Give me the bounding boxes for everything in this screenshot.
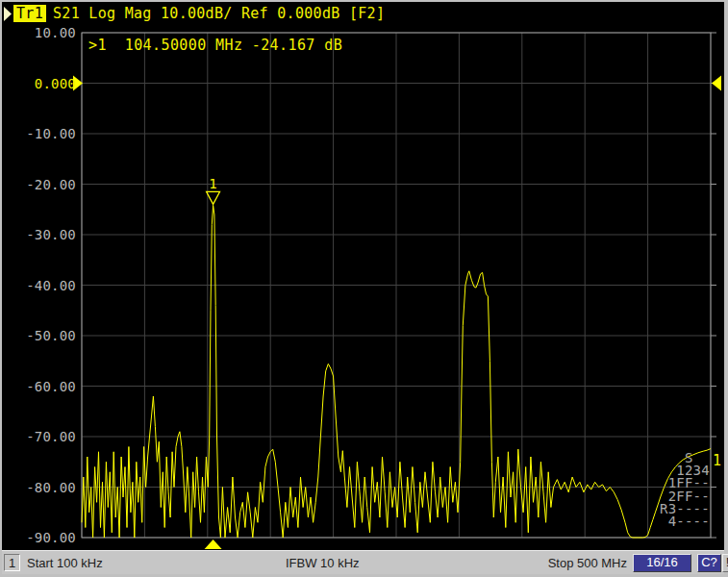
- y-axis-tick-label: 0.000: [0, 75, 76, 92]
- trace1-settings-label: S21 Log Mag 10.00dB/ Ref 0.000dB [F2]: [53, 5, 385, 22]
- y-axis-tick-label: -80.00: [0, 479, 76, 496]
- correction-status-indicator: C?: [697, 554, 721, 572]
- active-trace-arrow-icon: [3, 6, 13, 22]
- stop-frequency-label: Stop 500 MHz: [494, 556, 627, 570]
- y-axis-tick-label: -30.00: [0, 226, 76, 243]
- y-axis-tick-label: -70.00: [0, 428, 76, 445]
- y-axis-tick-label: -10.00: [0, 125, 76, 142]
- y-axis-tick-label: 10.00: [0, 24, 76, 41]
- vna-screen: { "header": { "badge": "Tr1", "title": "…: [0, 0, 728, 577]
- trace-header: Tr1 S21 Log Mag 10.00dB/ Ref 0.000dB [F2…: [3, 4, 385, 23]
- port-status-block: S 1234 1FF-- 2FF--R3---- 4----: [660, 452, 710, 528]
- ifbw-label: IFBW 10 kHz: [286, 556, 360, 570]
- marker-readout: >1 104.50000 MHz -24.167 dB: [88, 37, 342, 54]
- y-axis-tick-label: -60.00: [0, 378, 76, 395]
- instrument-display: [2, 2, 724, 550]
- channel-number-box[interactable]: 1: [4, 554, 20, 571]
- start-frequency-label: Start 100 kHz: [27, 556, 103, 570]
- y-axis-tick-label: -20.00: [0, 176, 76, 193]
- y-axis-tick-label: -40.00: [0, 277, 76, 294]
- y-axis-tick-label: -50.00: [0, 327, 76, 344]
- channel-status-bar: 1 Start 100 kHz IFBW 10 kHz Stop 500 MHz…: [2, 550, 724, 574]
- trace1-badge[interactable]: Tr1: [13, 5, 46, 22]
- y-axis-tick-label: -90.00: [0, 529, 76, 546]
- port-status-line: 4----: [660, 515, 710, 528]
- sweep-count-indicator: 16/16: [633, 554, 691, 572]
- warning-indicator[interactable]: !: [722, 554, 728, 572]
